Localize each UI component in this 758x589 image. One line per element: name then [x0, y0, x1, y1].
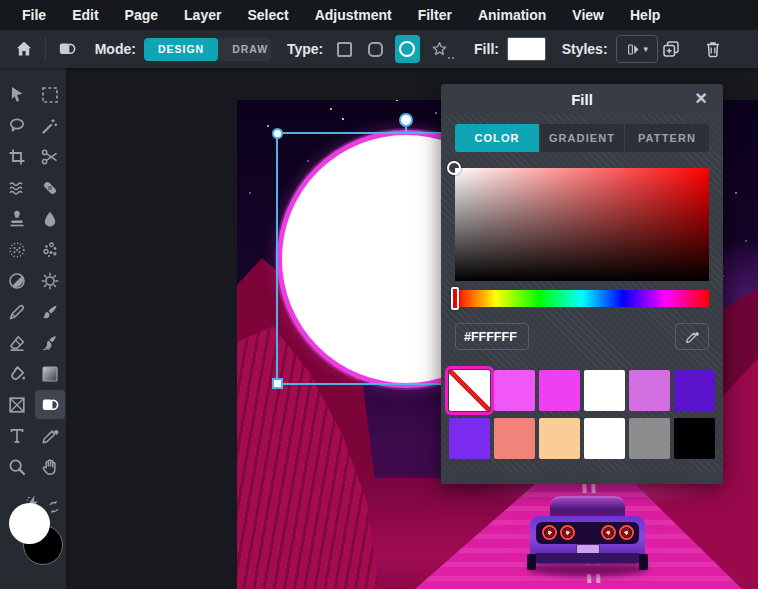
menu-filter[interactable]: Filter [418, 7, 452, 23]
menu-page[interactable]: Page [125, 7, 158, 23]
adjust-tool[interactable] [2, 266, 32, 295]
tab-gradient[interactable]: GRADIENT [540, 124, 624, 152]
eraser-tool[interactable] [2, 328, 32, 357]
effects-tool[interactable] [35, 266, 65, 295]
saturation-value-field[interactable] [455, 168, 709, 281]
fill-bucket-tool[interactable] [2, 359, 32, 388]
contrast-icon [7, 271, 27, 291]
fill-panel-header: Fill × [441, 84, 723, 114]
swap-colors-icon[interactable] [46, 499, 62, 515]
mode-draw-button[interactable]: DRAW [218, 38, 271, 61]
eyedropper-button[interactable] [675, 323, 709, 350]
swatch[interactable] [629, 370, 670, 411]
menu-layer[interactable]: Layer [184, 7, 221, 23]
cutout-tool[interactable] [35, 142, 65, 171]
swatch[interactable] [494, 418, 535, 459]
car-taillight [560, 525, 575, 540]
mode-design-button[interactable]: DESIGN [144, 38, 218, 61]
menu-edit[interactable]: Edit [72, 7, 98, 23]
swatch[interactable] [494, 370, 535, 411]
clone-stamp-tool[interactable] [2, 204, 32, 233]
menu-help[interactable]: Help [630, 7, 660, 23]
star-icon [430, 40, 449, 59]
lasso-tool[interactable] [2, 111, 32, 140]
duplicate-icon[interactable] [658, 36, 684, 62]
gradient-tool[interactable] [35, 359, 65, 388]
text-icon [7, 426, 27, 446]
tab-color[interactable]: COLOR [455, 124, 539, 152]
pen-tool[interactable] [2, 297, 32, 326]
disperse-tool[interactable] [35, 235, 65, 264]
frame-tool[interactable] [2, 390, 32, 419]
color-field-cursor[interactable] [447, 161, 461, 175]
pixelate-tool[interactable] [2, 235, 32, 264]
tab-pattern[interactable]: PATTERN [625, 124, 709, 152]
heal-tool[interactable] [35, 173, 65, 202]
menu-adjustment[interactable]: Adjustment [315, 7, 392, 23]
close-icon[interactable]: × [689, 86, 713, 110]
menu-select[interactable]: Select [247, 7, 288, 23]
resize-handle-top-left[interactable] [272, 128, 283, 139]
square-icon [337, 42, 352, 57]
bandaid-icon [40, 178, 60, 198]
particles-icon [40, 240, 60, 260]
shape-tool[interactable] [35, 390, 65, 419]
rounded-square-icon [368, 42, 383, 57]
lasso-icon [7, 116, 27, 136]
eyedropper-tool[interactable] [35, 421, 65, 450]
resize-handle-bottom-left[interactable] [272, 378, 283, 389]
fill-panel-body: COLOR GRADIENT PATTERN [441, 114, 723, 473]
color-chips [0, 505, 66, 589]
swatch[interactable] [584, 418, 625, 459]
swatch[interactable] [674, 370, 715, 411]
smudge-tool[interactable] [35, 328, 65, 357]
swatch[interactable] [449, 418, 490, 459]
swatch[interactable] [539, 418, 580, 459]
hue-slider[interactable] [455, 290, 709, 307]
swatch[interactable] [674, 418, 715, 459]
rotate-handle[interactable] [399, 113, 413, 127]
liquify-tool[interactable] [2, 173, 32, 202]
shape-type-square-button[interactable] [331, 35, 357, 63]
hand-icon [40, 457, 60, 477]
crop-tool[interactable] [2, 142, 32, 171]
text-tool[interactable] [2, 421, 32, 450]
styles-label: Styles: [562, 41, 608, 57]
swatch[interactable] [539, 370, 580, 411]
eraser-icon [7, 333, 27, 353]
marquee-tool[interactable] [35, 80, 65, 109]
car-taillight [601, 525, 616, 540]
home-icon[interactable] [12, 36, 36, 62]
hue-slider-cursor[interactable] [451, 287, 459, 310]
hex-color-input[interactable] [455, 323, 529, 350]
shape-type-circle-button[interactable] [395, 35, 421, 63]
trash-icon[interactable] [700, 36, 726, 62]
brush-tool[interactable] [35, 297, 65, 326]
zoom-tool[interactable] [2, 452, 32, 481]
artwork-stars [237, 100, 239, 102]
shape-icon [40, 395, 60, 415]
blur-tool[interactable] [35, 204, 65, 233]
toolbar-right-group [658, 36, 758, 62]
car-wheel [527, 554, 536, 570]
swatch-none[interactable] [449, 370, 490, 411]
menu-file[interactable]: File [22, 7, 46, 23]
swatch[interactable] [584, 370, 625, 411]
fill-label: Fill: [474, 41, 499, 57]
select-arrow-tool[interactable] [2, 80, 32, 109]
wand-icon [40, 116, 60, 136]
magic-wand-tool[interactable] [35, 111, 65, 140]
artwork-car [530, 496, 645, 576]
foreground-color-chip[interactable] [9, 503, 50, 544]
swatch[interactable] [629, 418, 670, 459]
styles-dropdown[interactable]: ▾ [616, 35, 658, 63]
shape-type-star-button[interactable] [426, 35, 452, 63]
fill-color-chip[interactable] [507, 37, 546, 61]
bucket-icon [7, 364, 27, 384]
toolbar-divider [45, 37, 46, 61]
menu-view[interactable]: View [572, 7, 604, 23]
shape-type-rounded-square-button[interactable] [363, 35, 389, 63]
hand-tool[interactable] [35, 452, 65, 481]
menu-animation[interactable]: Animation [478, 7, 546, 23]
car-taillight [619, 525, 634, 540]
